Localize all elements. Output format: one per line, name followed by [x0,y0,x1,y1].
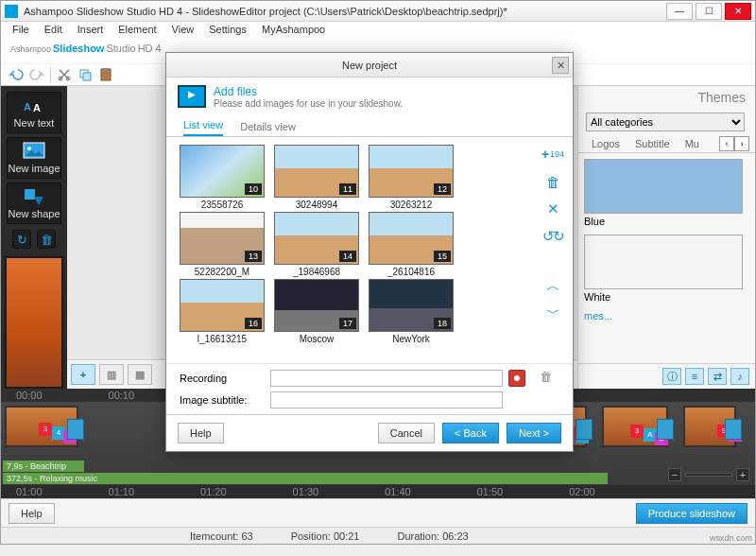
thumb-item[interactable]: 1130248994 [274,145,359,210]
thumb-label: l_16613215 [180,332,265,344]
thumb-item[interactable]: 1023558726 [180,145,265,210]
recording-delete-icon[interactable]: 🗑 [537,370,554,387]
dialog-help-button[interactable]: Help [178,423,224,443]
category-select[interactable]: All categories [586,113,745,131]
tab-logos[interactable]: Logos [584,135,627,152]
tab-subtitle[interactable]: Subtitle [627,135,678,152]
menu-edit[interactable]: Edit [39,22,68,41]
dialog-close-button[interactable]: ✕ [552,57,569,74]
thumb-label: Moscow [274,332,359,344]
side-delete-icon[interactable]: 🗑 [541,172,565,191]
move-down-icon[interactable]: ﹀ [541,304,565,322]
menu-myashampoo[interactable]: MyAshampoo [256,22,331,41]
dialog-body: 1023558726 1130248994 1230263212 1352282… [166,137,573,363]
theme-item-white[interactable]: White [584,235,743,303]
swap-icon[interactable]: ⇄ [708,368,727,385]
right-panel: Themes All categories Logos Subtitle Mu … [577,86,755,389]
status-position: Position: 00:21 [291,530,360,542]
timeline-clip[interactable]: 3 4 5 [5,406,78,447]
tab-list-view[interactable]: List view [183,119,223,136]
cut-icon[interactable] [57,67,72,82]
next-button[interactable]: Next > [507,423,561,443]
thumb-item[interactable]: 14_19846968 [274,212,359,277]
menu-file[interactable]: File [7,22,35,41]
thumb-index: 17 [339,318,356,329]
theme-preview [584,159,743,214]
copy-icon[interactable] [77,67,93,82]
thumb-item[interactable]: 16l_16613215 [180,279,265,344]
brand-pre: Ashampoo [10,44,51,54]
cancel-button[interactable]: Cancel [378,423,435,443]
left-sidebar: AA New text New image New shape ↻ 🗑 [1,86,67,389]
thumb-item[interactable]: 18NewYork [369,279,454,344]
menu-settings[interactable]: Settings [203,22,252,41]
tool3-button[interactable]: ▦ [128,364,152,385]
thumb-item[interactable]: 1352282200_M [180,212,265,277]
new-shape-button[interactable]: New shape [7,182,61,224]
svg-text:A: A [33,102,41,113]
status-duration: Duration: 06:23 [397,530,468,542]
thumb-label: 23558726 [180,198,265,210]
new-text-button[interactable]: AA New text [7,92,61,133]
brand-c: HD 4 [138,43,162,54]
music-icon[interactable]: ♪ [730,368,749,385]
menu-insert[interactable]: Insert [72,22,110,41]
record-button[interactable] [508,370,525,387]
paste-icon[interactable] [98,67,113,82]
recording-input[interactable] [270,370,503,387]
tab-next-button[interactable]: › [734,136,749,151]
svg-rect-10 [25,189,35,200]
refresh-icon[interactable]: ↻ [12,230,31,249]
more-themes-link[interactable]: mes... [584,310,749,321]
thumb-item[interactable]: 15_26104816 [369,212,454,277]
tool2-button[interactable]: ▥ [99,364,124,385]
thumb-index: 11 [339,183,356,195]
zoom-out-button[interactable]: − [668,468,681,481]
redo-icon[interactable] [29,67,44,82]
align-icon[interactable]: ≡ [685,368,704,385]
theme-item-blue[interactable]: Blue [584,159,743,227]
slide-preview[interactable] [5,256,63,389]
recording-label: Recording [180,373,265,384]
add-count-value: 194 [550,149,564,159]
delete-icon[interactable]: 🗑 [37,230,56,249]
dialog-header: New project ✕ [166,53,573,78]
add-count-button[interactable]: +194 [541,145,565,164]
monitor-icon [178,85,206,108]
tab-prev-button[interactable]: ‹ [719,136,734,151]
thumb-item[interactable]: 1230263212 [369,145,454,210]
undo-icon[interactable] [9,67,24,82]
back-button[interactable]: < Back [442,423,499,443]
zoom-in-button[interactable]: + [736,468,749,481]
audio-clip-1[interactable]: 7,9s - Beachtrip [3,460,84,472]
tab-details-view[interactable]: Details view [240,121,296,136]
minimize-button[interactable]: — [666,3,693,20]
new-image-button[interactable]: New image [7,137,61,179]
dialog-title: New project [342,60,397,71]
shuffle-icon[interactable]: ✕ [541,200,565,218]
info-icon[interactable]: ⓘ [662,368,681,385]
help-button[interactable]: Help [9,503,55,524]
timeline-clip[interactable]: 3 A B [602,406,668,447]
thumb-index: 12 [434,183,451,195]
thumb-label: NewYork [369,332,454,344]
move-up-icon[interactable]: ︿ [541,276,565,295]
menu-element[interactable]: Element [112,22,162,41]
menu-view[interactable]: View [166,22,200,41]
timeline-clip[interactable]: 9 5 [683,406,736,447]
produce-slideshow-button[interactable]: Produce slideshow [636,503,747,524]
toolbar-sep [50,67,51,82]
themes-heading: Themes [578,86,755,109]
add-slide-button[interactable]: + [71,364,95,385]
tab-music[interactable]: Mu [678,135,707,152]
thumb-item[interactable]: 17Moscow [274,279,359,344]
time-mark: 00:10 [109,390,135,401]
dialog-form: Recording 🗑 Image subtitle: [166,363,573,414]
rotate-group-icon[interactable]: ↺↻ [541,227,565,246]
zoom-slider[interactable] [685,473,732,477]
audio-clip-2[interactable]: 372,5s - Relaxing music [3,473,608,484]
time-mark: 00:00 [16,390,43,401]
subtitle-input[interactable] [270,391,503,408]
close-button[interactable]: ✕ [725,3,751,20]
maximize-button[interactable]: ☐ [696,3,722,20]
